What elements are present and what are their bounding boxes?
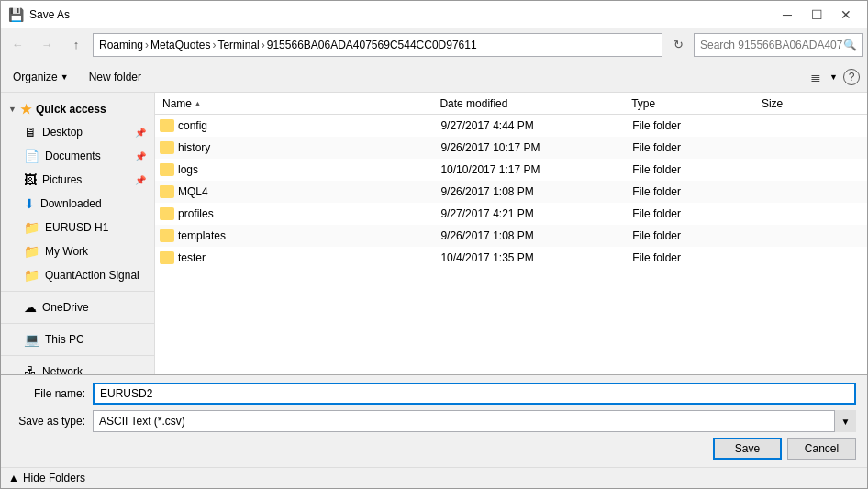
breadcrumb-terminal: Terminal [217,39,259,51]
help-icon: ? [843,69,860,85]
savetype-label: Save as type: [12,415,93,428]
eurusd-h1-icon: 📁 [24,220,39,235]
file-list-header: Name ▲ Date modified Type Size [155,93,867,115]
refresh-button[interactable]: ↻ [666,33,690,57]
filename-input-wrap [93,383,856,405]
sidebar-divider-3 [1,355,154,356]
file-type: File folder [632,163,760,176]
back-button[interactable]: ← [5,32,30,58]
my-work-icon: 📁 [24,244,39,259]
folder-icon [160,251,174,264]
file-name: history [178,141,210,154]
downloaded-icon: ⬇ [24,196,35,211]
pin-icon-documents: 📌 [135,151,146,161]
sidebar-item-network[interactable]: 🖧 Network [1,360,154,374]
filename-row: File name: [12,383,856,405]
sidebar-item-quantaction-label: QuantAction Signal [45,269,139,282]
table-row[interactable]: templates 9/26/2017 1:08 PM File folder [155,225,867,247]
column-name[interactable]: Name ▲ [159,93,436,114]
search-input[interactable] [700,39,843,51]
quick-access-header[interactable]: ▼ ★ Quick access [1,96,154,120]
sidebar-item-thispc[interactable]: 💻 This PC [1,328,154,351]
sidebar-item-desktop-label: Desktop [42,126,83,139]
maximize-button[interactable]: ☐ [803,6,830,24]
pin-icon-desktop: 📌 [135,128,146,138]
filename-input[interactable] [93,383,856,405]
file-date: 9/26/2017 1:08 PM [440,185,632,198]
cancel-button[interactable]: Cancel [787,438,856,460]
quick-access-label: Quick access [36,103,106,116]
file-type: File folder [632,229,760,242]
savetype-select[interactable]: ASCII Text (*.csv) [93,410,856,432]
quick-access-star-icon: ★ [20,102,32,117]
hide-folders-bar[interactable]: ▲ Hide Folders [1,467,867,488]
onedrive-icon: ☁ [24,300,37,315]
table-row[interactable]: tester 10/4/2017 1:35 PM File folder [155,247,867,269]
view-arrow: ▼ [829,72,838,82]
table-row[interactable]: config 9/27/2017 4:44 PM File folder [155,115,867,137]
save-as-dialog: 💾 Save As ─ ☐ ✕ ← → ↑ Roaming › MetaQuot… [0,0,868,489]
close-button[interactable]: ✕ [832,6,860,24]
file-date: 9/26/2017 10:17 PM [440,141,632,154]
table-row[interactable]: profiles 9/27/2017 4:21 PM File folder [155,203,867,225]
sidebar-item-my-work[interactable]: 📁 My Work [1,239,154,263]
sidebar-item-pictures-label: Pictures [42,173,82,186]
sidebar-item-downloaded-label: Downloaded [40,197,102,210]
column-size[interactable]: Size [758,93,863,114]
folder-icon [160,141,174,154]
folder-icon [160,119,174,132]
savetype-row: Save as type: ASCII Text (*.csv) ▼ [12,410,856,432]
view-icon: ≣ [810,70,821,84]
sidebar-item-my-work-label: My Work [45,245,88,258]
sidebar-divider-1 [1,291,154,292]
sidebar-item-thispc-label: This PC [45,333,84,346]
column-date[interactable]: Date modified [436,93,628,114]
filename-label: File name: [12,387,93,400]
new-folder-button[interactable]: New folder [81,65,150,89]
breadcrumb-roaming: Roaming [99,39,143,51]
column-type[interactable]: Type [628,93,758,114]
sidebar-item-quantaction[interactable]: 📁 QuantAction Signal [1,263,154,287]
sidebar-item-onedrive[interactable]: ☁ OneDrive [1,295,154,319]
title-bar-controls: ─ ☐ ✕ [773,6,860,24]
view-buttons: ≣ ▼ ? [804,65,863,89]
table-row[interactable]: logs 10/10/2017 1:17 PM File folder [155,159,867,181]
table-row[interactable]: MQL4 9/26/2017 1:08 PM File folder [155,181,867,203]
forward-button[interactable]: → [34,32,60,58]
folder-icon [160,207,174,220]
network-icon: 🖧 [24,364,37,374]
view-toggle-button[interactable]: ≣ [804,65,828,89]
organize-label: Organize [13,71,58,83]
folder-icon [160,163,174,176]
file-type: File folder [632,141,760,154]
sidebar-divider-2 [1,323,154,324]
toolbar: Organize ▼ New folder ≣ ▼ ? [1,61,867,93]
sidebar-item-desktop[interactable]: 🖥 Desktop 📌 [1,120,154,144]
folder-icon [160,229,174,242]
file-name: config [178,119,207,132]
organize-button[interactable]: Organize ▼ [5,65,77,89]
sidebar-item-downloaded[interactable]: ⬇ Downloaded [1,192,154,216]
table-row[interactable]: history 9/26/2017 10:17 PM File folder [155,137,867,159]
up-button[interactable]: ↑ [63,32,89,58]
file-date: 9/27/2017 4:21 PM [440,207,632,220]
sidebar-item-documents[interactable]: 📄 Documents 📌 [1,144,154,168]
main-area: ▼ ★ Quick access 🖥 Desktop 📌 📄 Documents… [1,93,867,374]
breadcrumb-id: 915566BA06ADA407569C544CC0D97611 [267,39,477,51]
new-folder-label: New folder [89,71,141,83]
help-button[interactable]: ? [840,65,863,89]
sidebar-item-eurusd-h1[interactable]: 📁 EURUSD H1 [1,216,154,239]
file-type: File folder [632,207,760,220]
organize-arrow: ▼ [61,72,69,82]
file-name: tester [178,251,206,264]
sidebar-item-pictures[interactable]: 🖼 Pictures 📌 [1,168,154,192]
sidebar-item-eurusd-label: EURUSD H1 [45,221,108,234]
thispc-icon: 💻 [24,332,39,347]
address-path[interactable]: Roaming › MetaQuotes › Terminal › 915566… [93,33,662,57]
file-name: profiles [178,207,214,220]
sidebar-item-network-label: Network [42,365,83,374]
pictures-icon: 🖼 [24,172,37,187]
save-button[interactable]: Save [713,438,782,460]
breadcrumb-metaquotes: MetaQuotes [150,39,210,51]
minimize-button[interactable]: ─ [773,6,801,24]
